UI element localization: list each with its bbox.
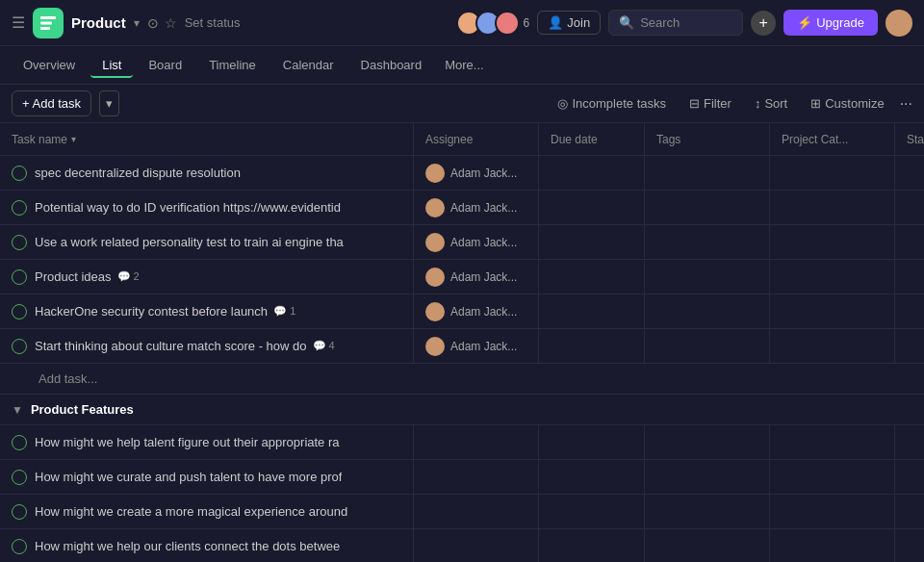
task-cell-project-cat xyxy=(770,156,895,190)
task-name-text: How might we help our clients connect th… xyxy=(35,539,340,553)
table-header: Task name ▾ Assignee Due date Tags Proje… xyxy=(0,123,924,156)
task-checkbox[interactable] xyxy=(12,539,27,554)
task-assignee-cell: Adam Jack... xyxy=(414,294,539,328)
task-cell-due-date xyxy=(539,225,645,259)
task-assignee-cell xyxy=(414,495,539,528)
task-cell-due-date xyxy=(539,191,645,224)
task-checkbox[interactable] xyxy=(12,435,27,450)
assignee-avatar xyxy=(425,164,445,183)
join-button[interactable]: 👤 Join xyxy=(537,11,601,35)
task-cell-tags xyxy=(645,225,770,259)
task-cell-stage xyxy=(895,495,924,528)
task-checkbox[interactable] xyxy=(12,304,27,319)
task-cell-stage xyxy=(895,460,924,494)
assignee-name: Adam Jack... xyxy=(450,340,517,353)
task-checkbox[interactable] xyxy=(12,269,27,285)
assignee-avatar xyxy=(425,268,445,287)
add-task-inline[interactable]: Add task... xyxy=(0,364,924,395)
task-comment-badge[interactable]: 💬 1 xyxy=(273,305,295,318)
assignee-name: Adam Jack... xyxy=(450,270,517,284)
col-assignee: Assignee xyxy=(414,123,539,155)
toolbar: + Add task ▾ ◎ Incomplete tasks ⊟ Filter… xyxy=(0,85,924,123)
table-row[interactable]: HackerOne security contest before launch… xyxy=(0,294,924,329)
table-row[interactable]: How might we help our clients connect th… xyxy=(0,529,924,562)
task-table: Task name ▾ Assignee Due date Tags Proje… xyxy=(0,123,924,562)
table-row[interactable]: Start thinking about culture match score… xyxy=(0,329,924,364)
task-cell-project-cat xyxy=(770,425,895,459)
table-row[interactable]: Use a work related personality test to t… xyxy=(0,225,924,260)
task-checkbox[interactable] xyxy=(12,339,27,354)
table-row[interactable]: How might we create a more magical exper… xyxy=(0,495,924,529)
task-checkbox[interactable] xyxy=(12,235,27,250)
task-checkbox[interactable] xyxy=(12,166,27,181)
task-name-text: Use a work related personality test to t… xyxy=(35,235,344,249)
task-comment-badge[interactable]: 💬 2 xyxy=(117,270,140,283)
assignee-avatar xyxy=(425,198,445,217)
user-avatar[interactable] xyxy=(886,10,912,37)
customize-button[interactable]: ⊞ Customize xyxy=(803,92,891,115)
task-cell-stage xyxy=(895,191,924,224)
table-row[interactable]: Potential way to do ID verification http… xyxy=(0,191,924,225)
project-chevron-icon[interactable]: ▾ xyxy=(134,16,140,30)
history-icon[interactable]: ⊙ xyxy=(147,15,159,31)
more-options-button[interactable]: ··· xyxy=(900,95,912,113)
col-stage: Stage xyxy=(895,123,924,155)
tab-dashboard[interactable]: Dashboard xyxy=(349,52,434,78)
task-cell-tags xyxy=(645,495,770,528)
svg-rect-1 xyxy=(40,21,52,24)
task-assignee-cell: Adam Jack... xyxy=(414,156,539,190)
task-cell-tags xyxy=(645,294,770,328)
tab-more[interactable]: More... xyxy=(437,52,491,78)
task-cell-project-cat xyxy=(770,294,895,328)
task-checkbox[interactable] xyxy=(12,200,27,216)
task-cell-project-cat xyxy=(770,225,895,259)
table-row[interactable]: How might we help talent figure out thei… xyxy=(0,425,924,460)
task-checkbox[interactable] xyxy=(12,470,27,485)
task-comment-badge[interactable]: 💬 4 xyxy=(313,340,335,352)
filter-button[interactable]: ⊟ Filter xyxy=(681,92,739,115)
table-row[interactable]: How might we curate and push talent to h… xyxy=(0,460,924,495)
add-button[interactable]: + xyxy=(751,11,776,36)
sort-button[interactable]: ↕ Sort xyxy=(747,92,795,115)
col-task-name: Task name ▾ xyxy=(0,123,414,155)
task-cell-due-date xyxy=(539,294,645,328)
add-task-button[interactable]: + Add task xyxy=(12,90,91,116)
upgrade-icon: ⚡ xyxy=(797,15,812,30)
task-cell-due-date xyxy=(539,460,645,494)
task-cell-due-date xyxy=(539,329,645,363)
task-checkbox[interactable] xyxy=(12,504,27,520)
tab-timeline[interactable]: Timeline xyxy=(197,52,268,78)
avatar xyxy=(495,11,520,36)
assignee-name: Adam Jack... xyxy=(450,201,517,215)
search-input[interactable]: Search xyxy=(640,15,680,30)
sort-arrow-icon: ▾ xyxy=(71,134,76,144)
tab-list[interactable]: List xyxy=(90,52,133,78)
hamburger-icon[interactable]: ☰ xyxy=(12,13,25,32)
col-project-cat: Project Cat... xyxy=(770,123,895,155)
table-row[interactable]: Product ideas💬 2Adam Jack... xyxy=(0,260,924,294)
task-assignee-cell: Adam Jack... xyxy=(414,260,539,294)
tab-board[interactable]: Board xyxy=(137,52,193,78)
assignee-name: Adam Jack... xyxy=(450,166,517,180)
task-name-text: How might we create a more magical exper… xyxy=(35,504,347,519)
incomplete-tasks-filter[interactable]: ◎ Incomplete tasks xyxy=(550,92,674,115)
search-bar[interactable]: 🔍 Search xyxy=(608,10,743,36)
section-title: Product Features xyxy=(31,402,134,417)
task-name-text: How might we help talent figure out thei… xyxy=(35,435,340,449)
task-cell-stage xyxy=(895,260,924,294)
collapse-icon: ▼ xyxy=(12,403,23,417)
add-task-dropdown-button[interactable]: ▾ xyxy=(99,90,119,116)
task-name-text: Product ideas xyxy=(35,269,112,284)
task-cell-project-cat xyxy=(770,529,895,562)
join-icon: 👤 xyxy=(548,15,563,30)
upgrade-button[interactable]: ⚡ Upgrade xyxy=(783,10,878,36)
project-title: Product xyxy=(71,14,126,31)
tab-overview[interactable]: Overview xyxy=(12,52,87,78)
table-row[interactable]: spec decentralized dispute resolutionAda… xyxy=(0,156,924,191)
svg-rect-0 xyxy=(40,16,56,19)
tab-calendar[interactable]: Calendar xyxy=(271,52,346,78)
star-icon[interactable]: ☆ xyxy=(165,15,177,31)
task-cell-project-cat xyxy=(770,329,895,363)
section-product-features[interactable]: ▼ Product Features xyxy=(0,395,924,425)
set-status-button[interactable]: Set status xyxy=(185,15,241,30)
